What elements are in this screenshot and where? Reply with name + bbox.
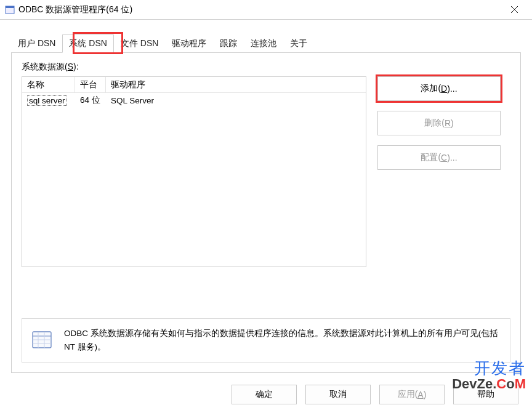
cell-driver: SQL Server: [106, 95, 366, 106]
cell-platform: 64 位: [75, 94, 106, 107]
info-icon: [31, 329, 53, 353]
tab-pooling[interactable]: 连接池: [244, 34, 283, 52]
tab-user-dsn[interactable]: 用户 DSN: [11, 34, 62, 52]
configure-button[interactable]: 配置(C)...: [377, 145, 501, 170]
col-driver[interactable]: 驱动程序: [106, 77, 366, 93]
tab-panel: 系统数据源(S): 名称 平台 驱动程序 sql server 64 位 SQL…: [11, 53, 521, 373]
tab-about[interactable]: 关于: [283, 34, 314, 52]
datasource-label: 系统数据源(S):: [22, 62, 510, 73]
tab-tracing[interactable]: 跟踪: [213, 34, 244, 52]
titlebar: ODBC 数据源管理程序(64 位): [0, 0, 532, 20]
app-icon: [5, 5, 15, 15]
table-row[interactable]: sql server 64 位 SQL Server: [22, 93, 366, 108]
info-box: ODBC 系统数据源存储有关如何与指示的数据提供程序连接的信息。系统数据源对此计…: [22, 318, 510, 363]
window-title: ODBC 数据源管理程序(64 位): [18, 4, 501, 15]
datasource-list[interactable]: 名称 平台 驱动程序 sql server 64 位 SQL Server: [22, 76, 366, 267]
tab-file-dsn[interactable]: 文件 DSN: [114, 34, 165, 52]
cell-name: sql server: [22, 94, 75, 107]
tabs: 用户 DSN 系统 DSN 文件 DSN 驱动程序 跟踪 连接池 关于: [11, 34, 521, 53]
col-platform[interactable]: 平台: [75, 77, 106, 93]
list-header: 名称 平台 驱动程序: [22, 77, 366, 93]
col-name[interactable]: 名称: [22, 77, 75, 93]
add-button[interactable]: 添加(D)...: [377, 76, 501, 101]
side-buttons: 添加(D)... 删除(R) 配置(C)...: [377, 76, 501, 267]
apply-button[interactable]: 应用(A): [379, 385, 445, 404]
svg-rect-1: [6, 6, 14, 8]
remove-button[interactable]: 删除(R): [377, 111, 501, 135]
help-button[interactable]: 帮助: [453, 385, 518, 404]
cancel-button[interactable]: 取消: [305, 385, 371, 404]
tab-system-dsn[interactable]: 系统 DSN: [62, 34, 113, 53]
close-button[interactable]: [501, 0, 527, 20]
info-text: ODBC 系统数据源存储有关如何与指示的数据提供程序连接的信息。系统数据源对此计…: [64, 327, 501, 353]
dialog-footer: 确定 取消 应用(A) 帮助: [232, 385, 518, 404]
tab-drivers[interactable]: 驱动程序: [165, 34, 213, 52]
ok-button[interactable]: 确定: [232, 385, 297, 404]
